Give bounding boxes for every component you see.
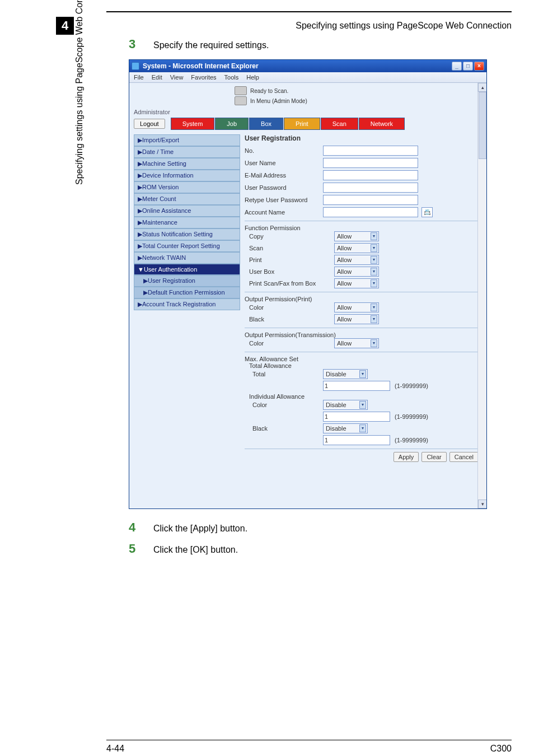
side-label-main: Specifying settings using PageScope Web …: [74, 0, 85, 185]
tab-job[interactable]: Job: [215, 118, 249, 130]
step4-text: Click the [Apply] button.: [153, 524, 247, 534]
label-printscan: Print Scan/Fax from Box: [245, 280, 334, 287]
chevron-down-icon: ▾: [371, 244, 377, 252]
input-total-val[interactable]: 1: [323, 381, 390, 391]
input-indiv-color-val[interactable]: 1: [323, 412, 390, 422]
sidebar-item-rom-version[interactable]: ▶ROM Version: [134, 181, 240, 193]
input-rpwd[interactable]: [323, 195, 418, 205]
range-indiv-black: (1-9999999): [395, 437, 428, 444]
main-panel: User Registration No. User Name E-Mail A…: [245, 134, 482, 460]
range-indiv-color: (1-9999999): [395, 413, 428, 420]
section-out-print: Output Permission(Print): [245, 296, 482, 302]
sidebar: ▶Import/Export ▶Date / Time ▶Machine Set…: [134, 134, 240, 460]
input-username[interactable]: [323, 158, 418, 168]
clear-button[interactable]: Clear: [421, 452, 446, 462]
sidebar-item-machine-setting[interactable]: ▶Machine Setting: [134, 158, 240, 170]
input-indiv-black-val[interactable]: 1: [323, 435, 390, 445]
status-ready: Ready to Scan.: [250, 88, 288, 94]
scroll-thumb[interactable]: [479, 92, 486, 159]
section-max-allow: Max. Allowance Set: [245, 356, 482, 362]
scroll-down-icon[interactable]: ▾: [478, 500, 486, 508]
label-acct: Account Name: [245, 209, 323, 216]
select-userbox[interactable]: Allow▾: [334, 267, 379, 277]
select-scan[interactable]: Allow▾: [334, 243, 379, 253]
label-email: E-Mail Address: [245, 172, 323, 179]
chevron-down-icon: ▾: [371, 279, 377, 287]
menu-tools[interactable]: Tools: [224, 74, 239, 81]
admin-label: Administrator: [134, 109, 482, 115]
menu-view[interactable]: View: [170, 74, 184, 81]
sidebar-sub-user-reg[interactable]: ▶User Registration: [134, 275, 240, 287]
label-rpwd: Retype User Password: [245, 197, 323, 203]
select-printscan[interactable]: Allow▾: [334, 278, 379, 288]
step3-text: Specify the required settings.: [153, 40, 269, 50]
label-no: No.: [245, 147, 323, 154]
input-no[interactable]: [323, 146, 418, 156]
chevron-down-icon: ▾: [359, 370, 366, 378]
label-pwd: User Password: [245, 184, 323, 191]
maximize-button[interactable]: □: [463, 62, 473, 71]
select-out-color[interactable]: Allow▾: [334, 302, 379, 312]
label-total: Total: [245, 371, 323, 377]
chevron-down-icon: ▾: [371, 256, 377, 264]
window-titlebar: System - Microsoft Internet Explorer _ □…: [129, 60, 486, 72]
select-total[interactable]: Disable▾: [323, 369, 368, 379]
sidebar-sub-default-perm[interactable]: ▶Default Function Permission: [134, 287, 240, 298]
step4-num: 4: [129, 520, 142, 535]
menu-edit[interactable]: Edit: [152, 74, 162, 81]
menu-help[interactable]: Help: [246, 74, 259, 81]
label-indiv-allow: Individual Allowance: [245, 393, 482, 400]
label-total-allow: Total Allowance: [245, 362, 482, 369]
label-out-color: Color: [245, 304, 334, 311]
close-button[interactable]: ×: [474, 62, 484, 71]
chevron-down-icon: ▾: [371, 339, 377, 347]
tab-system[interactable]: System: [171, 118, 215, 130]
select-copy[interactable]: Allow▾: [334, 231, 379, 241]
scroll-up-icon[interactable]: ▴: [478, 83, 486, 92]
chevron-down-icon: ▾: [371, 268, 377, 276]
cancel-button[interactable]: Cancel: [449, 452, 479, 462]
label-scan: Scan: [245, 245, 334, 251]
input-acct[interactable]: [323, 207, 418, 217]
sidebar-item-network-twain[interactable]: ▶Network TWAIN: [134, 252, 240, 264]
range-total: (1-9999999): [395, 382, 428, 389]
select-out-black[interactable]: Allow▾: [334, 314, 379, 324]
sidebar-item-user-auth[interactable]: ▼User Authentication: [134, 264, 240, 275]
sidebar-item-date-time[interactable]: ▶Date / Time: [134, 146, 240, 158]
scrollbar[interactable]: ▴ ▾: [477, 83, 486, 508]
input-pwd[interactable]: [323, 183, 418, 193]
label-indiv-black: Black: [245, 425, 323, 432]
label-out-black: Black: [245, 316, 334, 323]
select-indiv-color[interactable]: Disable▾: [323, 400, 368, 410]
select-trans-color[interactable]: Allow▾: [334, 338, 379, 348]
input-email[interactable]: [323, 170, 418, 180]
sidebar-item-online-assist[interactable]: ▶Online Assistance: [134, 205, 240, 217]
chevron-down-icon: ▾: [359, 424, 366, 432]
tab-box[interactable]: Box: [249, 118, 283, 130]
menu-bar: File Edit View Favorites Tools Help: [129, 72, 486, 83]
tab-scan[interactable]: Scan: [321, 118, 358, 130]
chevron-down-icon: ▾: [371, 232, 377, 240]
screenshot: System - Microsoft Internet Explorer _ □…: [129, 59, 512, 509]
label-copy: Copy: [245, 233, 334, 240]
menu-file[interactable]: File: [134, 74, 144, 81]
sidebar-item-account-track[interactable]: ▶Account Track Registration: [134, 298, 240, 310]
logout-button[interactable]: Logout: [134, 119, 165, 129]
select-indiv-black[interactable]: Disable▾: [323, 423, 368, 433]
tab-print[interactable]: Print: [284, 118, 320, 130]
menu-favorites[interactable]: Favorites: [191, 74, 216, 81]
tab-network[interactable]: Network: [359, 118, 405, 130]
mode-icon: [235, 96, 247, 105]
select-print[interactable]: Allow▾: [334, 255, 379, 265]
step5-text: Click the [OK] button.: [153, 545, 238, 555]
sidebar-item-device-info[interactable]: ▶Device Information: [134, 170, 240, 181]
sidebar-item-counter-report[interactable]: ▶Total Counter Report Setting: [134, 240, 240, 252]
sidebar-item-maintenance[interactable]: ▶Maintenance: [134, 217, 240, 228]
apply-button[interactable]: Apply: [394, 452, 419, 462]
sidebar-item-import-export[interactable]: ▶Import/Export: [134, 134, 240, 146]
sidebar-item-status-notif[interactable]: ▶Status Notification Setting: [134, 228, 240, 240]
sidebar-item-meter-count[interactable]: ▶Meter Count: [134, 193, 240, 205]
list-icon[interactable]: 📇: [421, 207, 433, 217]
label-indiv-color: Color: [245, 402, 323, 408]
minimize-button[interactable]: _: [452, 62, 462, 71]
